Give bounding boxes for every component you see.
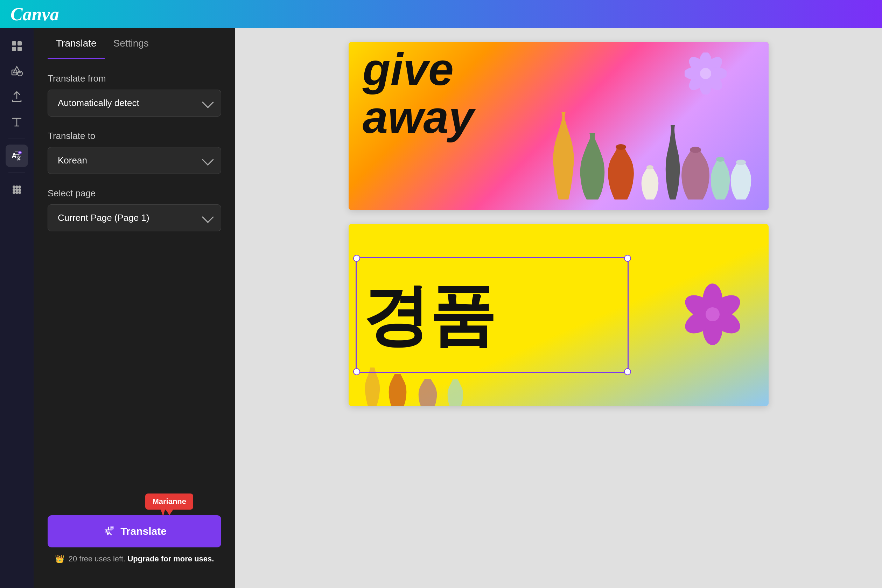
icon-sidebar: A 文 xyxy=(0,28,34,588)
main-content: A 文 Translate xyxy=(0,28,882,588)
svg-rect-3 xyxy=(18,47,22,51)
svg-point-31 xyxy=(690,147,701,153)
svg-point-12 xyxy=(18,186,21,188)
translate-to-wrapper: Korean xyxy=(48,147,221,174)
app-header: Canva xyxy=(0,0,882,28)
svg-point-14 xyxy=(15,188,18,191)
panel-spacer xyxy=(48,245,221,494)
upgrade-link[interactable]: Upgrade for more uses. xyxy=(128,554,214,563)
translate-button[interactable]: Translate xyxy=(48,515,221,548)
card1-vases xyxy=(531,91,769,210)
free-uses-count: 20 free uses left. xyxy=(69,554,126,563)
svg-rect-1 xyxy=(18,41,22,45)
svg-point-15 xyxy=(18,188,21,191)
card1-flower xyxy=(685,52,727,96)
svg-point-29 xyxy=(616,144,626,150)
svg-point-16 xyxy=(13,191,15,194)
svg-point-18 xyxy=(18,191,21,194)
translate-to-select[interactable]: Korean xyxy=(48,147,221,174)
user-tooltip-area: Marianne xyxy=(48,494,221,510)
chevron-down-icon xyxy=(202,96,214,108)
selection-box xyxy=(356,257,628,373)
svg-point-17 xyxy=(15,191,18,194)
sidebar-item-elements[interactable] xyxy=(6,60,28,82)
svg-point-13 xyxy=(13,188,15,191)
user-tooltip-bubble: Marianne xyxy=(145,494,193,510)
chevron-down-icon-2 xyxy=(202,154,214,165)
translate-from-select[interactable]: Automatically detect xyxy=(48,90,221,117)
svg-rect-0 xyxy=(12,41,16,45)
svg-rect-2 xyxy=(12,47,16,51)
canvas-area: give away xyxy=(235,28,882,588)
sidebar-item-grid[interactable] xyxy=(6,35,28,57)
translate-to-value: Korean xyxy=(58,155,87,166)
select-page-wrapper: Current Page (Page 1) xyxy=(48,204,221,231)
panel-content: Translate from Automatically detect Tran… xyxy=(34,59,235,588)
svg-point-30 xyxy=(646,165,654,170)
sidebar-item-translate[interactable]: A 文 xyxy=(6,144,28,167)
translate-to-label: Translate to xyxy=(48,130,221,141)
select-page-label: Select page xyxy=(48,188,221,199)
crown-icon: 👑 xyxy=(55,554,64,563)
card2-flower xyxy=(678,279,748,351)
translate-from-value: Automatically detect xyxy=(58,98,139,108)
svg-text:A: A xyxy=(12,152,16,160)
sidebar-item-text[interactable] xyxy=(6,111,28,133)
handle-tr xyxy=(624,255,631,262)
handle-bl xyxy=(353,368,360,375)
translate-from-label: Translate from xyxy=(48,73,221,84)
sidebar-divider-2 xyxy=(8,172,25,173)
translate-button-label: Translate xyxy=(120,525,166,537)
vases-svg xyxy=(538,102,762,207)
free-uses-text: 👑 20 free uses left. Upgrade for more us… xyxy=(48,554,221,564)
translate-from-wrapper: Automatically detect xyxy=(48,90,221,117)
handle-tl xyxy=(353,255,360,262)
svg-point-11 xyxy=(15,186,18,188)
tab-translate[interactable]: Translate xyxy=(48,28,105,59)
design-card-2: 경품 xyxy=(349,224,769,406)
card1-text: give away xyxy=(363,45,474,141)
canva-logo: Canva xyxy=(10,4,59,24)
tab-settings[interactable]: Settings xyxy=(105,28,157,59)
svg-point-33 xyxy=(736,160,746,165)
translate-star-icon xyxy=(102,525,115,538)
svg-point-32 xyxy=(716,157,724,162)
panel-tabs: Translate Settings xyxy=(34,28,235,59)
chevron-down-icon-3 xyxy=(202,211,214,223)
design-card-1: give away xyxy=(349,42,769,210)
panel-sidebar: Translate Settings Translate from Automa… xyxy=(34,28,235,588)
svg-point-28 xyxy=(700,68,711,79)
sidebar-item-apps[interactable] xyxy=(6,178,28,201)
svg-point-40 xyxy=(706,307,720,321)
button-area: Marianne Translate xyxy=(48,494,221,574)
card1-text-line1: give xyxy=(363,45,474,93)
sidebar-divider xyxy=(8,139,25,139)
svg-point-10 xyxy=(13,186,15,188)
select-page-value: Current Page (Page 1) xyxy=(58,213,150,223)
handle-br xyxy=(624,368,631,375)
sidebar-item-upload[interactable] xyxy=(6,86,28,108)
card1-text-line2: away xyxy=(363,93,474,141)
select-page-select[interactable]: Current Page (Page 1) xyxy=(48,204,221,231)
